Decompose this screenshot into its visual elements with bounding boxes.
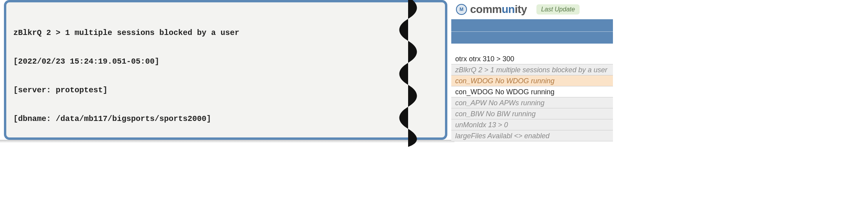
alert-detail-terminal: zBlkrQ 2 > 1 multiple sessions blocked b… (4, 0, 447, 140)
alert-item[interactable]: con_WDOG No WDOG running (451, 75, 613, 86)
logo-icon: M (456, 4, 467, 15)
alert-item[interactable]: zBlkrQ 2 > 1 multiple sessions blocked b… (451, 64, 613, 75)
logo-part3: ity (515, 3, 527, 15)
terminal-server: [server: protoptest] (13, 85, 438, 95)
header-bar (451, 19, 613, 44)
alert-list: otrx otrx 310 > 300 zBlkrQ 2 > 1 multipl… (451, 53, 613, 141)
alert-item[interactable]: unMonIdx 13 > 0 (451, 119, 613, 130)
alert-item[interactable]: largeFiles Availabl <> enabled (451, 130, 613, 141)
logo-text: community (470, 3, 527, 16)
alert-item[interactable]: con_BIW No BIW running (451, 108, 613, 119)
header-gap (451, 44, 613, 53)
terminal-title: zBlkrQ 2 > 1 multiple sessions blocked b… (13, 27, 438, 38)
logo-row: M community Last Update (451, 0, 613, 19)
terminal-dbname: [dbname: /data/mb117/bigsports/sports200… (13, 113, 438, 124)
logo-part2: un (501, 3, 514, 15)
sidebar: M community Last Update otrx otrx 310 > … (451, 0, 613, 142)
alert-item[interactable]: con_APW No APWs running (451, 97, 613, 108)
alert-item[interactable]: otrx otrx 310 > 300 (451, 53, 613, 64)
terminal-shadow (0, 140, 454, 143)
last-update-pill[interactable]: Last Update (536, 4, 580, 15)
root: zBlkrQ 2 > 1 multiple sessions blocked b… (0, 0, 868, 205)
terminal-timestamp: [2022/02/23 15:24:19.051-05:00] (13, 56, 438, 67)
logo-part1: comm (470, 3, 501, 15)
alert-item[interactable]: con_WDOG No WDOG running (451, 86, 613, 97)
